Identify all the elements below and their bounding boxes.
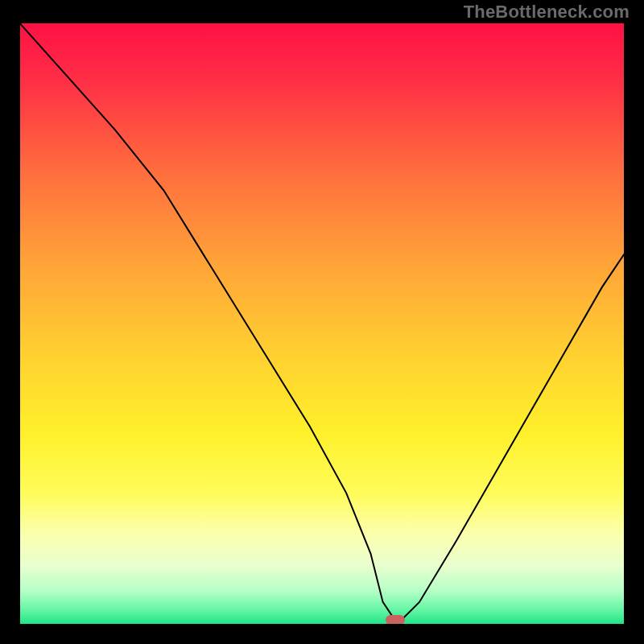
bottleneck-marker xyxy=(386,615,405,625)
watermark-text: TheBottleneck.com xyxy=(464,2,630,23)
plot-area xyxy=(18,21,626,626)
bottleneck-curve xyxy=(18,21,626,626)
chart-stage: TheBottleneck.com xyxy=(0,0,644,644)
